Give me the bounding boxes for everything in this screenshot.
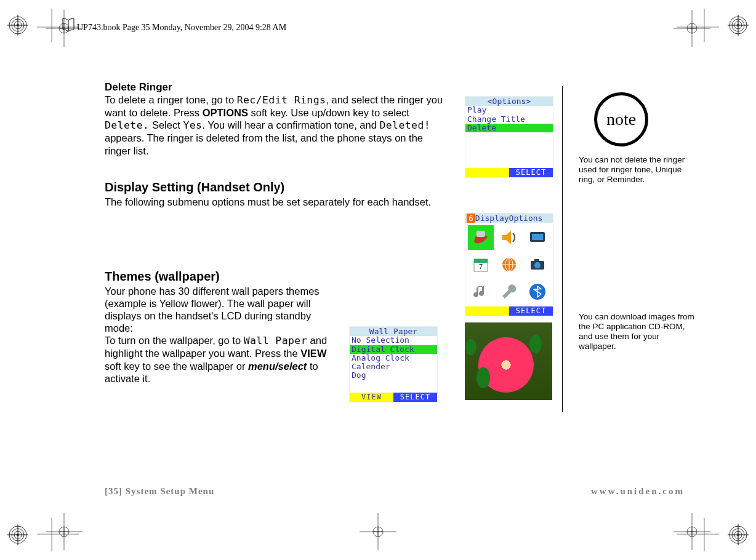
lcd-item: Change Title bbox=[465, 115, 553, 124]
menu-path-text: Delete. bbox=[105, 119, 149, 131]
lcd-item: Analog Clock bbox=[350, 354, 437, 362]
lcd-options-screenshot: <Options> Play Change Title Delete SELEC… bbox=[465, 96, 553, 178]
softkey-right: SELECT bbox=[393, 393, 437, 402]
bluetooth-icon bbox=[525, 279, 550, 304]
key-name: menu/select bbox=[248, 361, 307, 372]
softkey-name: VIEW bbox=[300, 348, 326, 359]
globe-icon bbox=[496, 252, 522, 277]
margin-note: You can not delete the ringer used for r… bbox=[579, 155, 696, 185]
heading-display-setting: Display Setting (Handset Only) bbox=[105, 180, 554, 194]
lcd-title: Wall Paper bbox=[350, 327, 437, 336]
framemaker-header: UP743.book Page 35 Monday, November 29, … bbox=[77, 23, 286, 33]
display-icon bbox=[525, 225, 550, 250]
para-themes-2: To turn on the wallpaper, go to Wall Pap… bbox=[105, 334, 339, 385]
lcd-item: Calender bbox=[350, 362, 437, 371]
lcd-item: Dog bbox=[350, 371, 437, 380]
note-label: note bbox=[606, 110, 636, 129]
softkey-right: SELECT bbox=[509, 306, 553, 316]
lcd-title: <Options> bbox=[465, 97, 553, 106]
softkey-left-empty bbox=[465, 306, 509, 316]
note-icon: note bbox=[594, 92, 648, 146]
tools-icon bbox=[496, 279, 522, 304]
calendar-icon: 7 bbox=[468, 252, 494, 277]
margin-note: You can download images from the PC appl… bbox=[579, 312, 696, 352]
svg-text:7: 7 bbox=[479, 263, 483, 271]
para-display-setting: The following submenu options must be se… bbox=[105, 196, 443, 208]
svg-rect-31 bbox=[534, 259, 539, 262]
lcd-item-selected: Delete bbox=[465, 124, 553, 132]
softkey-left-empty bbox=[465, 168, 509, 177]
wallpaper-preview-image bbox=[465, 322, 552, 400]
menu-path-text: Rec/Edit Rings bbox=[237, 94, 326, 106]
text: appears. The ringer is deleted from the … bbox=[105, 132, 423, 156]
text: soft key to see the wallpaper or bbox=[105, 361, 248, 372]
lcd-item: Play bbox=[465, 106, 553, 114]
phone-icon bbox=[468, 225, 494, 250]
text: To delete a ringer tone, go to bbox=[105, 94, 237, 105]
lcd-item: No Selection bbox=[350, 336, 437, 345]
text: . You will hear a confirmation tone, and bbox=[202, 119, 379, 130]
text: To turn on the wallpaper, go to bbox=[105, 335, 244, 346]
camera-icon bbox=[525, 252, 550, 277]
lcd-title-text: DisplayOptions bbox=[475, 214, 543, 223]
text: Select bbox=[149, 119, 183, 130]
lcd-wallpaper-screenshot: Wall Paper No Selection Digital Clock An… bbox=[349, 326, 438, 402]
lcd-title: 6DisplayOptions bbox=[465, 214, 553, 223]
svg-rect-23 bbox=[532, 234, 543, 240]
speaker-icon bbox=[496, 225, 522, 250]
softkey-name: OPTIONS bbox=[203, 107, 248, 118]
footer-url: www.uniden.com bbox=[591, 486, 685, 497]
menu-path-text: Yes bbox=[183, 119, 202, 131]
softkey-left: VIEW bbox=[350, 393, 393, 402]
svg-rect-21 bbox=[477, 231, 485, 237]
menu-index-badge: 6 bbox=[467, 214, 475, 223]
vertical-divider bbox=[562, 86, 563, 412]
para-delete-ringer: To delete a ringer tone, go to Rec/Edit … bbox=[105, 94, 443, 157]
music-icon bbox=[468, 279, 494, 304]
text: soft key. Use up/down key to select bbox=[248, 107, 409, 118]
heading-delete-ringer: Delete Ringer bbox=[105, 81, 554, 94]
lcd-displayoptions-screenshot: 6DisplayOptions 7 bbox=[465, 213, 553, 316]
svg-point-30 bbox=[534, 262, 541, 268]
lcd-item-selected: Digital Clock bbox=[350, 345, 437, 354]
menu-path-text: Deleted! bbox=[379, 119, 430, 131]
para-themes-1: Your phone has 30 different wall papers … bbox=[105, 285, 339, 335]
footer-page-section: [35] System Setup Menu bbox=[105, 486, 214, 497]
softkey-right: SELECT bbox=[509, 168, 553, 177]
menu-path-text: Wall Paper bbox=[244, 335, 307, 346]
